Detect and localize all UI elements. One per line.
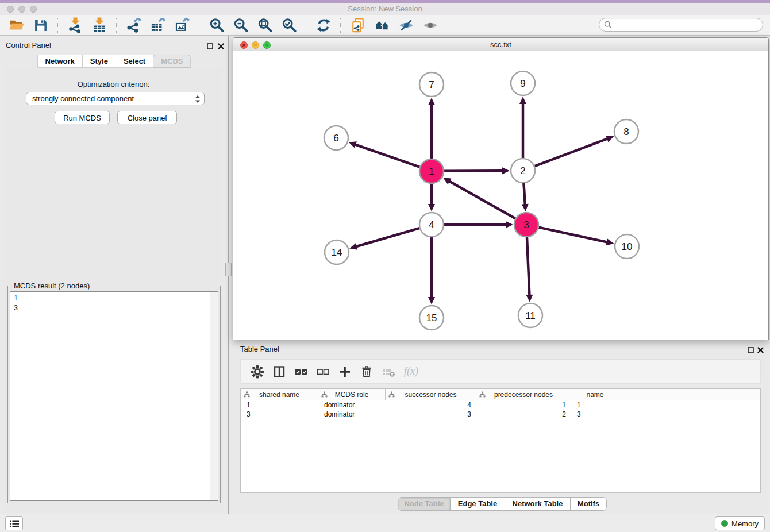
graph-arrowhead (522, 204, 529, 211)
table-panel: Table Panel f(x) shared name MCDS role s… (236, 344, 765, 510)
network-view-window: scc.txt 7968124314101511 (233, 37, 769, 340)
close-table-panel-icon[interactable] (757, 345, 764, 352)
toolbar-divider (57, 18, 59, 33)
status-bar: Memory (0, 514, 770, 532)
tab-edge-table[interactable]: Edge Table (451, 498, 505, 510)
cell-successor-nodes[interactable]: 3 (386, 410, 476, 418)
export-image-icon[interactable] (174, 17, 190, 33)
tab-node-table[interactable]: Node Table (398, 498, 451, 510)
delete-column-trash-icon[interactable] (359, 364, 374, 379)
close-panel-button[interactable]: Close panel (117, 111, 177, 124)
app-title: Session: New Session (0, 5, 770, 13)
run-mcds-button[interactable]: Run MCDS (55, 111, 110, 124)
cell-shared-name[interactable]: 3 (241, 410, 318, 418)
graph-arrowhead (428, 98, 435, 105)
table-panel-title: Table Panel (240, 345, 279, 353)
column-header-name[interactable]: name (571, 389, 619, 400)
control-panel: Control Panel Network Style Select MCDS … (0, 36, 228, 514)
zoom-out-icon[interactable] (233, 17, 249, 33)
mcds-result-text: 1 3 (10, 292, 210, 500)
delete-table-icon-disabled (381, 364, 396, 379)
import-network-icon[interactable] (67, 17, 83, 33)
column-header-mcds-role[interactable]: MCDS role (318, 389, 386, 400)
first-neighbors-icon[interactable] (374, 17, 390, 33)
table-tabs: Node Table Edge Table Network Table Moti… (398, 497, 607, 511)
graph-edge-1-2[interactable] (444, 171, 503, 171)
select-all-icon[interactable] (294, 364, 309, 379)
tab-style[interactable]: Style (82, 55, 116, 68)
create-column-plus-icon[interactable] (337, 364, 352, 379)
memory-button[interactable]: Memory (715, 516, 765, 530)
graph-arrowhead (349, 243, 357, 250)
export-table-icon[interactable] (150, 17, 166, 33)
graph-edge-3-1[interactable] (449, 181, 515, 219)
zoom-fit-icon[interactable] (257, 17, 273, 33)
table-settings-gear-icon[interactable] (250, 364, 265, 379)
cell-shared-name[interactable]: 1 (241, 401, 318, 409)
tab-motifs[interactable]: Motifs (571, 498, 606, 510)
cell-name[interactable]: 1 (571, 401, 619, 409)
select-stepper-icon (195, 95, 201, 105)
tab-network-table[interactable]: Network Table (505, 498, 571, 510)
search-input[interactable] (615, 20, 763, 30)
import-table-icon[interactable] (91, 17, 107, 33)
column-header-successor-nodes[interactable]: successor nodes (386, 389, 476, 400)
graph-edge-3-11[interactable] (527, 237, 530, 296)
tab-select[interactable]: Select (116, 55, 153, 68)
graph-edge-4-14[interactable] (356, 228, 419, 246)
open-session-icon[interactable] (9, 17, 25, 33)
network-window-title: scc.txt (233, 40, 768, 49)
graph-edge-2-3[interactable] (523, 183, 525, 205)
graph-edge-3-10[interactable] (538, 228, 607, 242)
deselect-all-icon[interactable] (315, 364, 330, 379)
node-table[interactable]: shared name MCDS role successor nodes pr… (240, 388, 761, 493)
network-canvas[interactable]: 7968124314101511 (233, 51, 768, 340)
cell-predecessor-nodes[interactable]: 2 (476, 410, 571, 418)
network-window-titlebar[interactable]: scc.txt (233, 38, 768, 52)
search-field[interactable] (599, 18, 763, 32)
optimization-criterion-select[interactable]: strongly connected component (26, 92, 205, 105)
column-header-predecessor-nodes[interactable]: predecessor nodes (476, 389, 571, 400)
optimization-criterion-label: Optimization criterion: (5, 80, 222, 88)
show-panels-button[interactable] (5, 516, 23, 530)
tab-network[interactable]: Network (37, 55, 82, 68)
search-icon (604, 21, 612, 29)
table-row[interactable]: 1 dominator 4 1 1 (241, 400, 760, 410)
optimization-criterion-value: strongly connected component (32, 94, 134, 103)
graph-arrowhead (526, 295, 533, 302)
vertical-splitter-grip[interactable] (225, 263, 232, 276)
toolbar-divider (199, 18, 200, 33)
graph-edge-1-6[interactable] (355, 144, 419, 167)
graph-node-label-2: 2 (520, 165, 525, 176)
new-network-from-selection-icon[interactable] (350, 17, 366, 33)
float-panel-icon[interactable] (207, 41, 214, 48)
zoom-in-icon[interactable] (209, 17, 225, 33)
close-panel-icon[interactable] (218, 41, 225, 48)
refresh-icon[interactable] (315, 17, 332, 33)
graph-node-label-9: 9 (520, 78, 525, 89)
graph-arrowhead (606, 136, 614, 142)
show-all-icon[interactable] (422, 17, 438, 33)
tab-mcds[interactable]: MCDS (153, 55, 191, 68)
graph-edge-2-8[interactable] (535, 138, 609, 166)
export-network-icon[interactable] (126, 17, 142, 33)
cell-predecessor-nodes[interactable]: 1 (476, 401, 571, 409)
float-table-panel-icon[interactable] (748, 345, 754, 352)
network-graph[interactable]: 7968124314101511 (233, 51, 768, 340)
hide-selected-icon[interactable] (398, 17, 414, 33)
cell-name[interactable]: 3 (571, 410, 619, 418)
show-columns-icon[interactable] (272, 364, 287, 379)
cell-mcds-role[interactable]: dominator (318, 410, 386, 418)
cell-mcds-role[interactable]: dominator (318, 401, 386, 409)
tree-icon (388, 391, 395, 399)
graph-arrowhead (349, 141, 357, 148)
cell-successor-nodes[interactable]: 4 (386, 401, 476, 409)
graph-node-label-1: 1 (429, 166, 434, 177)
result-scrollbar[interactable] (210, 292, 218, 500)
zoom-selected-icon[interactable] (281, 17, 297, 33)
mcds-result-group: MCDS result (2 nodes) 1 3 (7, 286, 221, 503)
save-session-icon[interactable] (33, 17, 49, 33)
toolbar-divider (340, 18, 341, 33)
table-row[interactable]: 3 dominator 3 2 3 (241, 410, 760, 419)
column-header-shared-name[interactable]: shared name (241, 389, 318, 400)
